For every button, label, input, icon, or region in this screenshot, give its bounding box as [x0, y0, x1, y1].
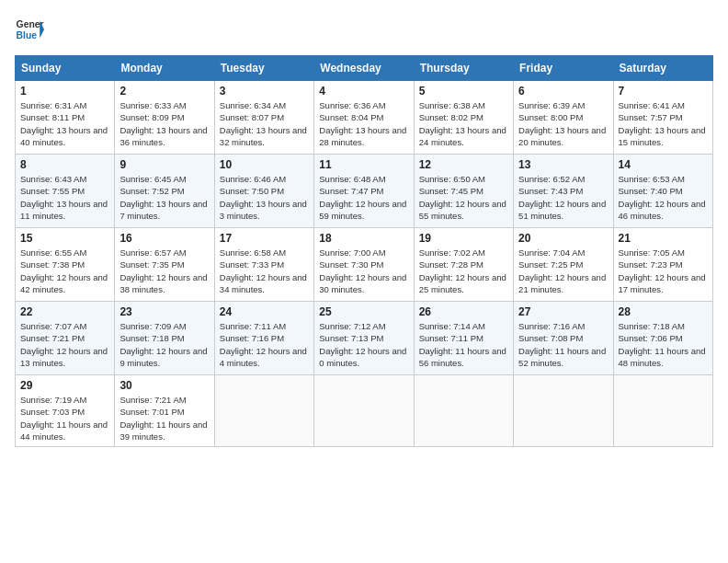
calendar-row: 29Sunrise: 7:19 AMSunset: 7:03 PMDayligh… [16, 375, 713, 447]
day-info: Sunrise: 6:34 AMSunset: 8:07 PMDaylight:… [220, 99, 309, 148]
day-number: 16 [119, 232, 209, 245]
day-number: 18 [319, 232, 408, 245]
day-info: Sunrise: 6:43 AMSunset: 7:55 PMDaylight:… [20, 173, 109, 222]
day-number: 2 [119, 85, 209, 98]
calendar-cell: 23Sunrise: 7:09 AMSunset: 7:18 PMDayligh… [115, 302, 214, 375]
day-info: Sunrise: 7:18 AMSunset: 7:06 PMDaylight:… [619, 320, 708, 369]
day-info: Sunrise: 7:21 AMSunset: 7:01 PMDaylight:… [119, 394, 209, 442]
calendar-cell: 2Sunrise: 6:33 AMSunset: 8:09 PMDaylight… [115, 81, 214, 155]
day-info: Sunrise: 7:12 AMSunset: 7:13 PMDaylight:… [319, 320, 408, 369]
calendar-cell [414, 375, 513, 447]
calendar-cell: 25Sunrise: 7:12 AMSunset: 7:13 PMDayligh… [314, 302, 414, 375]
calendar-cell [314, 375, 414, 447]
calendar-cell: 1Sunrise: 6:31 AMSunset: 8:11 PMDaylight… [16, 81, 115, 155]
day-info: Sunrise: 6:50 AMSunset: 7:45 PMDaylight:… [419, 173, 508, 222]
day-info: Sunrise: 6:36 AMSunset: 8:04 PMDaylight:… [319, 99, 408, 148]
calendar-row: 22Sunrise: 7:07 AMSunset: 7:21 PMDayligh… [16, 302, 713, 375]
calendar-row: 8Sunrise: 6:43 AMSunset: 7:55 PMDaylight… [16, 155, 713, 228]
day-info: Sunrise: 6:45 AMSunset: 7:52 PMDaylight:… [119, 173, 209, 222]
day-number: 22 [20, 305, 109, 318]
calendar-cell: 28Sunrise: 7:18 AMSunset: 7:06 PMDayligh… [613, 302, 712, 375]
weekday-header-cell: Sunday [16, 56, 115, 81]
logo-icon: General Blue [15, 15, 44, 44]
day-info: Sunrise: 6:46 AMSunset: 7:50 PMDaylight:… [220, 173, 309, 222]
day-number: 4 [319, 85, 408, 98]
day-number: 11 [319, 158, 408, 171]
day-info: Sunrise: 6:38 AMSunset: 8:02 PMDaylight:… [419, 99, 508, 148]
day-number: 25 [319, 305, 408, 318]
calendar-cell: 9Sunrise: 6:45 AMSunset: 7:52 PMDaylight… [115, 155, 214, 228]
day-info: Sunrise: 6:52 AMSunset: 7:43 PMDaylight:… [518, 173, 608, 222]
calendar-cell: 20Sunrise: 7:04 AMSunset: 7:25 PMDayligh… [514, 228, 613, 302]
day-number: 6 [518, 85, 608, 98]
weekday-header-cell: Friday [514, 56, 613, 81]
calendar-cell: 30Sunrise: 7:21 AMSunset: 7:01 PMDayligh… [115, 375, 214, 447]
day-info: Sunrise: 6:31 AMSunset: 8:11 PMDaylight:… [20, 99, 109, 148]
calendar-cell: 14Sunrise: 6:53 AMSunset: 7:40 PMDayligh… [613, 155, 712, 228]
day-info: Sunrise: 7:00 AMSunset: 7:30 PMDaylight:… [319, 247, 408, 295]
day-info: Sunrise: 7:19 AMSunset: 7:03 PMDaylight:… [20, 394, 109, 442]
calendar-cell: 24Sunrise: 7:11 AMSunset: 7:16 PMDayligh… [214, 302, 313, 375]
weekday-header-cell: Wednesday [314, 56, 414, 81]
calendar-cell: 19Sunrise: 7:02 AMSunset: 7:28 PMDayligh… [414, 228, 513, 302]
calendar-cell: 17Sunrise: 6:58 AMSunset: 7:33 PMDayligh… [214, 228, 313, 302]
calendar-cell: 5Sunrise: 6:38 AMSunset: 8:02 PMDaylight… [414, 81, 513, 155]
day-number: 12 [419, 158, 508, 171]
calendar-cell: 8Sunrise: 6:43 AMSunset: 7:55 PMDaylight… [16, 155, 115, 228]
day-number: 14 [619, 158, 708, 171]
day-info: Sunrise: 7:16 AMSunset: 7:08 PMDaylight:… [518, 320, 608, 369]
day-info: Sunrise: 6:53 AMSunset: 7:40 PMDaylight:… [619, 173, 708, 222]
day-number: 15 [20, 232, 109, 245]
calendar-cell: 21Sunrise: 7:05 AMSunset: 7:23 PMDayligh… [613, 228, 712, 302]
weekday-header-cell: Thursday [414, 56, 513, 81]
day-number: 27 [518, 305, 608, 318]
calendar-cell: 11Sunrise: 6:48 AMSunset: 7:47 PMDayligh… [314, 155, 414, 228]
calendar-cell: 13Sunrise: 6:52 AMSunset: 7:43 PMDayligh… [514, 155, 613, 228]
calendar-cell: 15Sunrise: 6:55 AMSunset: 7:38 PMDayligh… [16, 228, 115, 302]
day-number: 8 [20, 158, 109, 171]
weekday-header-cell: Monday [115, 56, 214, 81]
day-info: Sunrise: 7:02 AMSunset: 7:28 PMDaylight:… [419, 247, 508, 295]
calendar-cell [214, 375, 313, 447]
day-info: Sunrise: 6:33 AMSunset: 8:09 PMDaylight:… [119, 99, 209, 148]
day-number: 26 [419, 305, 508, 318]
day-info: Sunrise: 6:55 AMSunset: 7:38 PMDaylight:… [20, 247, 109, 295]
day-number: 20 [518, 232, 608, 245]
calendar-cell: 6Sunrise: 6:39 AMSunset: 8:00 PMDaylight… [514, 81, 613, 155]
day-number: 3 [220, 85, 309, 98]
day-info: Sunrise: 7:14 AMSunset: 7:11 PMDaylight:… [419, 320, 508, 369]
weekday-header-cell: Saturday [613, 56, 712, 81]
day-info: Sunrise: 6:57 AMSunset: 7:35 PMDaylight:… [119, 247, 209, 295]
day-info: Sunrise: 6:39 AMSunset: 8:00 PMDaylight:… [518, 99, 608, 148]
day-info: Sunrise: 6:58 AMSunset: 7:33 PMDaylight:… [220, 247, 309, 295]
calendar-cell: 16Sunrise: 6:57 AMSunset: 7:35 PMDayligh… [115, 228, 214, 302]
day-number: 23 [119, 305, 209, 318]
calendar-cell: 10Sunrise: 6:46 AMSunset: 7:50 PMDayligh… [214, 155, 313, 228]
calendar-cell: 22Sunrise: 7:07 AMSunset: 7:21 PMDayligh… [16, 302, 115, 375]
calendar-cell: 12Sunrise: 6:50 AMSunset: 7:45 PMDayligh… [414, 155, 513, 228]
day-info: Sunrise: 6:48 AMSunset: 7:47 PMDaylight:… [319, 173, 408, 222]
day-number: 10 [220, 158, 309, 171]
calendar-cell [514, 375, 613, 447]
calendar-cell: 3Sunrise: 6:34 AMSunset: 8:07 PMDaylight… [214, 81, 313, 155]
calendar-row: 15Sunrise: 6:55 AMSunset: 7:38 PMDayligh… [16, 228, 713, 302]
day-info: Sunrise: 7:04 AMSunset: 7:25 PMDaylight:… [518, 247, 608, 295]
svg-text:Blue: Blue [17, 30, 38, 40]
day-info: Sunrise: 7:05 AMSunset: 7:23 PMDaylight:… [619, 247, 708, 295]
day-number: 5 [419, 85, 508, 98]
day-number: 21 [619, 232, 708, 245]
logo: General Blue [15, 15, 44, 44]
calendar-body: 1Sunrise: 6:31 AMSunset: 8:11 PMDaylight… [16, 81, 713, 447]
calendar-table: SundayMondayTuesdayWednesdayThursdayFrid… [15, 55, 713, 447]
day-number: 17 [220, 232, 309, 245]
day-number: 28 [619, 305, 708, 318]
calendar-cell [613, 375, 712, 447]
day-number: 30 [119, 379, 209, 392]
weekday-header-cell: Tuesday [214, 56, 313, 81]
day-number: 1 [20, 85, 109, 98]
day-info: Sunrise: 7:09 AMSunset: 7:18 PMDaylight:… [119, 320, 209, 369]
calendar-cell: 29Sunrise: 7:19 AMSunset: 7:03 PMDayligh… [16, 375, 115, 447]
day-number: 7 [619, 85, 708, 98]
page-header: General Blue [15, 15, 713, 44]
calendar-cell: 18Sunrise: 7:00 AMSunset: 7:30 PMDayligh… [314, 228, 414, 302]
